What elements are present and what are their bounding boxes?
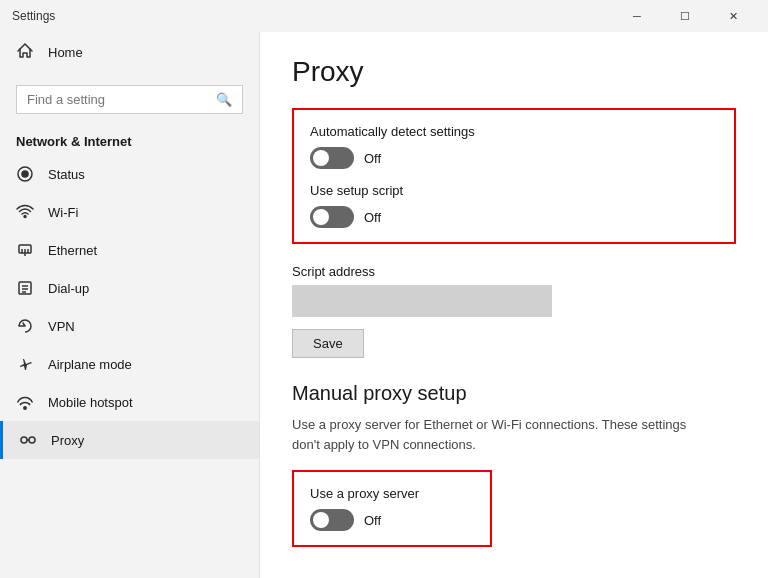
detect-toggle-row: Off (310, 147, 718, 169)
automatic-setup-box: Automatically detect settings Off Use se… (292, 108, 736, 244)
sidebar: Home 🔍 Network & Internet Status (0, 32, 260, 578)
main-content: Proxy Automatically detect settings Off … (260, 32, 768, 578)
proxy-server-box: Use a proxy server Off (292, 470, 492, 547)
app-title: Settings (12, 9, 614, 23)
maximize-button[interactable]: ☐ (662, 0, 708, 32)
ethernet-icon (16, 241, 34, 259)
script-address-input[interactable] (292, 285, 552, 317)
window-controls: ─ ☐ ✕ (614, 0, 756, 32)
airplane-icon (16, 355, 34, 373)
detect-toggle[interactable] (310, 147, 354, 169)
svg-point-2 (24, 216, 26, 218)
wifi-icon (16, 203, 34, 221)
sidebar-item-vpn[interactable]: VPN (0, 307, 259, 345)
detect-toggle-state: Off (364, 151, 381, 166)
sidebar-item-status[interactable]: Status (0, 155, 259, 193)
sidebar-item-dialup[interactable]: Dial-up (0, 269, 259, 307)
proxy-toggle-state: Off (364, 513, 381, 528)
hotspot-label: Mobile hotspot (48, 395, 133, 410)
close-button[interactable]: ✕ (710, 0, 756, 32)
wifi-label: Wi-Fi (48, 205, 78, 220)
script-toggle[interactable] (310, 206, 354, 228)
vpn-icon (16, 317, 34, 335)
proxy-icon (19, 431, 37, 449)
airplane-label: Airplane mode (48, 357, 132, 372)
ethernet-label: Ethernet (48, 243, 97, 258)
svg-point-14 (29, 437, 35, 443)
script-toggle-state: Off (364, 210, 381, 225)
status-icon (16, 165, 34, 183)
sidebar-search-box[interactable]: 🔍 (16, 85, 243, 114)
search-input[interactable] (27, 92, 208, 107)
sidebar-item-proxy[interactable]: Proxy (0, 421, 259, 459)
svg-point-12 (24, 407, 26, 409)
dialup-label: Dial-up (48, 281, 89, 296)
sidebar-item-wifi[interactable]: Wi-Fi (0, 193, 259, 231)
svg-point-1 (22, 171, 28, 177)
sidebar-item-hotspot[interactable]: Mobile hotspot (0, 383, 259, 421)
search-icon: 🔍 (216, 92, 232, 107)
app-body: Home 🔍 Network & Internet Status (0, 32, 768, 578)
proxy-toggle[interactable] (310, 509, 354, 531)
sidebar-section-label: Network & Internet (0, 126, 259, 155)
hotspot-icon (16, 393, 34, 411)
home-label: Home (48, 45, 83, 60)
minimize-button[interactable]: ─ (614, 0, 660, 32)
script-toggle-row: Off (310, 206, 718, 228)
save-button[interactable]: Save (292, 329, 364, 358)
page-title: Proxy (292, 56, 736, 88)
vpn-label: VPN (48, 319, 75, 334)
script-address-label: Script address (292, 264, 736, 279)
svg-point-13 (21, 437, 27, 443)
status-label: Status (48, 167, 85, 182)
sidebar-item-ethernet[interactable]: Ethernet (0, 231, 259, 269)
manual-setup-title: Manual proxy setup (292, 382, 736, 405)
sidebar-item-home[interactable]: Home (0, 32, 259, 73)
proxy-toggle-row: Off (310, 509, 474, 531)
proxy-label: Proxy (51, 433, 84, 448)
dialup-icon (16, 279, 34, 297)
manual-setup-description: Use a proxy server for Ethernet or Wi-Fi… (292, 415, 692, 454)
title-bar: Settings ─ ☐ ✕ (0, 0, 768, 32)
setup-script-label: Use setup script (310, 183, 718, 198)
sidebar-item-airplane[interactable]: Airplane mode (0, 345, 259, 383)
detect-settings-label: Automatically detect settings (310, 124, 718, 139)
use-proxy-label: Use a proxy server (310, 486, 474, 501)
home-icon (16, 42, 34, 63)
